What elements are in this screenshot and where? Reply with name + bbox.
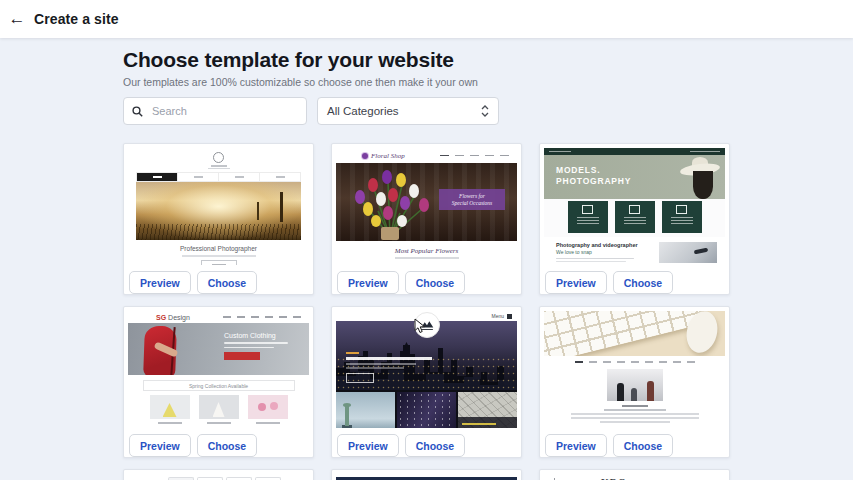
- thumb-office-photo: [607, 369, 663, 401]
- thumb-section-title: Most Popular Flowers: [395, 247, 458, 255]
- choose-button[interactable]: Choose: [613, 271, 674, 294]
- template-thumbnail[interactable]: Floral Shop: [336, 148, 517, 265]
- template-card-partial-2: [331, 469, 522, 480]
- back-arrow-icon[interactable]: ←: [0, 0, 34, 38]
- choose-button[interactable]: Choose: [197, 271, 258, 294]
- thumb-article-title: Photography and videographer: [556, 242, 638, 248]
- preview-button[interactable]: Preview: [129, 434, 191, 457]
- template-thumbnail[interactable]: Menu: [336, 311, 517, 428]
- category-select-value: All Categories: [327, 105, 481, 117]
- night-sky-thumb: [397, 392, 456, 428]
- search-input[interactable]: [150, 104, 298, 118]
- sunglasses-illustration: [694, 248, 709, 255]
- choose-button[interactable]: Choose: [613, 434, 674, 457]
- thumb-logo-icon: [213, 152, 224, 163]
- card-actions: Preview Choose: [544, 271, 725, 294]
- search-box[interactable]: [123, 97, 307, 125]
- thumb-article-subtitle: We love to snap: [556, 249, 638, 255]
- template-thumbnail[interactable]: [336, 474, 517, 480]
- thumb-logo-badge: [414, 312, 440, 338]
- preview-button[interactable]: Preview: [545, 434, 607, 457]
- card-actions: Preview Choose: [336, 434, 517, 457]
- card-actions: Preview Choose: [544, 434, 725, 457]
- template-card-sg-design: SG Design Custom Clothing: [123, 306, 314, 458]
- mountains-icon: [420, 320, 434, 328]
- choose-button[interactable]: Choose: [405, 434, 466, 457]
- thumb-nav-skeleton: [440, 155, 509, 157]
- card-actions: Preview Choose: [128, 271, 309, 294]
- category-select[interactable]: All Categories: [317, 97, 499, 125]
- template-thumbnail[interactable]: [128, 474, 309, 480]
- template-thumbnail[interactable]: KDC: [544, 474, 725, 480]
- thumb-logo: KDC: [601, 477, 626, 480]
- thumb-product-row: [128, 395, 309, 424]
- template-thumbnail[interactable]: [544, 311, 725, 428]
- chevron-updown-icon: [481, 105, 489, 117]
- thumb-logo: Floral Shop: [362, 152, 405, 160]
- page-title: Create a site: [34, 11, 119, 27]
- app-header: ← Create a site: [0, 0, 853, 38]
- thumb-hero-photo: Flowers for Special Occasions: [336, 163, 517, 241]
- thumb-hero: Custom Clothing: [128, 323, 309, 375]
- template-card-models-photography: MODELS. PHOTOGRAPHY Photography and vide…: [539, 143, 730, 295]
- thumb-text-skeleton: [544, 405, 725, 423]
- thumb-menu: Menu: [491, 313, 512, 319]
- template-thumbnail[interactable]: SG Design Custom Clothing: [128, 311, 309, 428]
- menu-icon: [507, 314, 512, 319]
- template-card-business-office: Preview Choose: [539, 306, 730, 458]
- main-subheading: Our templates are 100% customizable so c…: [123, 76, 478, 88]
- thumb-button-skeleton: [224, 352, 260, 360]
- thumb-hero-title: MODELS. PHOTOGRAPHY: [556, 165, 631, 187]
- preview-button[interactable]: Preview: [129, 271, 191, 294]
- preview-button[interactable]: Preview: [337, 271, 399, 294]
- template-grid: Professional Photographer Preview Choose…: [123, 143, 730, 480]
- template-card-city-night: Menu: [331, 306, 522, 458]
- template-thumbnail[interactable]: MODELS. PHOTOGRAPHY Photography and vide…: [544, 148, 725, 265]
- flower-icon: [362, 153, 368, 159]
- preview-button[interactable]: Preview: [545, 271, 607, 294]
- template-card-photographer: Professional Photographer Preview Choose: [123, 143, 314, 295]
- thumb-hero-photo: [136, 182, 301, 240]
- filters-bar: All Categories: [123, 97, 499, 125]
- thumb-banner: Spring Collection Available: [143, 380, 295, 391]
- thumb-hero-text-skeleton: [346, 352, 432, 383]
- search-icon: [132, 106, 143, 117]
- tulip-bouquet-illustration: [338, 167, 442, 241]
- thumb-nav-skeleton: [223, 316, 301, 318]
- thumb-article-image: [659, 242, 717, 263]
- thumb-title: Professional Photographer: [128, 245, 309, 252]
- thumb-nav-skeleton: [544, 148, 725, 155]
- template-card-floral-shop: Floral Shop: [331, 143, 522, 295]
- choose-button[interactable]: Choose: [197, 434, 258, 457]
- thumb-nav-skeleton: [544, 356, 725, 363]
- choose-button[interactable]: Choose: [405, 271, 466, 294]
- create-site-page: ← Create a site Choose template for your…: [0, 0, 853, 480]
- thumb-logo: SG Design: [156, 314, 190, 321]
- thumb-button-skeleton: [201, 260, 237, 266]
- keyboard-desk-photo: [544, 311, 725, 356]
- keyboard-illustration: [544, 311, 705, 356]
- thumb-feature-boxes: [544, 199, 725, 237]
- map-thumb: [458, 392, 517, 428]
- thumb-hero-title: Custom Clothing: [224, 332, 288, 339]
- main-heading: Choose template for your website: [123, 48, 454, 72]
- template-card-partial-kdc: KDC: [539, 469, 730, 480]
- thumb-hero-banner: Flowers for Special Occasions: [439, 189, 505, 210]
- thumb-button-skeleton: [346, 373, 374, 383]
- thumb-nav-skeleton: [136, 172, 301, 182]
- thumb-gallery-row: [336, 390, 517, 428]
- card-actions: Preview Choose: [128, 434, 309, 457]
- template-thumbnail[interactable]: Professional Photographer: [128, 148, 309, 265]
- card-actions: Preview Choose: [336, 271, 517, 294]
- statue-of-liberty-thumb: [336, 392, 395, 428]
- thumb-hero: MODELS. PHOTOGRAPHY: [544, 155, 725, 199]
- preview-button[interactable]: Preview: [337, 434, 399, 457]
- template-card-partial-1: [123, 469, 314, 480]
